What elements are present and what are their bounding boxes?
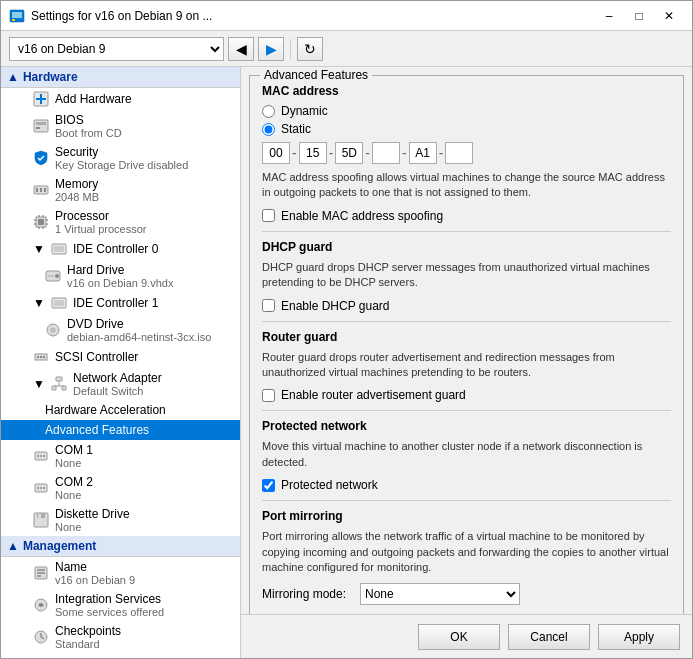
svg-point-43	[37, 455, 39, 457]
diskette-sub: None	[55, 521, 130, 533]
window: Settings for v16 on Debian 9 on ... – □ …	[0, 0, 693, 659]
integration-icon	[33, 597, 49, 613]
sidebar-item-bios[interactable]: BIOS Boot from CD	[1, 110, 240, 142]
svg-rect-1	[12, 12, 22, 18]
dhcp-checkbox-row: Enable DHCP guard	[262, 299, 671, 313]
mac-spoofing-row: Enable MAC address spoofing	[262, 209, 671, 223]
sidebar-item-scsi[interactable]: SCSI Controller	[1, 346, 240, 368]
hardware-section-label: Hardware	[23, 70, 78, 84]
com1-sub: None	[55, 457, 93, 469]
add-hardware-label: Add Hardware	[55, 92, 132, 106]
vm-select[interactable]: v16 on Debian 9	[9, 37, 224, 61]
mac-fields: - - - - -	[262, 142, 671, 164]
com1-icon	[33, 448, 49, 464]
checkpoints-label: Checkpoints	[55, 624, 121, 638]
divider-4	[262, 500, 671, 501]
processor-sub: 1 Virtual processor	[55, 223, 147, 235]
ide1-label: IDE Controller 1	[73, 296, 158, 310]
network-expand-icon[interactable]: ▼	[33, 378, 45, 390]
mac-field-6[interactable]	[445, 142, 473, 164]
cancel-button[interactable]: Cancel	[508, 624, 590, 650]
management-section-header[interactable]: ▲ Management	[1, 536, 240, 557]
router-guard-checkbox[interactable]	[262, 389, 275, 402]
sidebar-item-network[interactable]: ▼ Network Adapter Default Switch	[1, 368, 240, 400]
diskette-icon	[33, 512, 49, 528]
mac-field-3[interactable]	[335, 142, 363, 164]
management-collapse-icon: ▲	[7, 539, 19, 553]
sidebar-item-dvd-drive[interactable]: DVD Drive debian-amd64-netinst-3cx.iso	[1, 314, 240, 346]
mac-section: MAC address Dynamic Static	[262, 84, 671, 223]
name-sub: v16 on Debian 9	[55, 574, 135, 586]
com2-icon	[33, 480, 49, 496]
sidebar-item-processor[interactable]: Processor 1 Virtual processor	[1, 206, 240, 238]
dhcp-guard-checkbox[interactable]	[262, 299, 275, 312]
scsi-icon	[33, 349, 49, 365]
apply-button[interactable]: Apply	[598, 624, 680, 650]
dhcp-section: DHCP guard DHCP guard drops DHCP server …	[262, 240, 671, 313]
mac-field-4[interactable]	[372, 142, 400, 164]
dynamic-radio[interactable]	[262, 105, 275, 118]
mac-spoofing-checkbox[interactable]	[262, 209, 275, 222]
sidebar-item-add-hardware[interactable]: Add Hardware	[1, 88, 240, 110]
mirroring-mode-select[interactable]: None Source Destination	[360, 583, 520, 605]
protected-network-label: Protected network	[281, 478, 378, 492]
divider-3	[262, 410, 671, 411]
diskette-label: Diskette Drive	[55, 507, 130, 521]
main-panel: Advanced Features MAC address Dynamic St…	[241, 67, 692, 658]
ide0-label: IDE Controller 0	[73, 242, 158, 256]
ide1-expand-icon[interactable]: ▼	[33, 297, 45, 309]
add-hardware-icon	[33, 91, 49, 107]
window-icon	[9, 8, 25, 24]
mac-field-2[interactable]	[299, 142, 327, 164]
ide0-expand-icon[interactable]: ▼	[33, 243, 45, 255]
protected-checkbox-row: Protected network	[262, 478, 671, 492]
sidebar-item-hw-accel[interactable]: Hardware Acceleration	[1, 400, 240, 420]
sidebar-item-com1[interactable]: COM 1 None	[1, 440, 240, 472]
sidebar-item-memory[interactable]: Memory 2048 MB	[1, 174, 240, 206]
mirroring-mode-label: Mirroring mode:	[262, 587, 352, 601]
hardware-section-header[interactable]: ▲ Hardware	[1, 67, 240, 88]
mac-sep-3: -	[365, 145, 370, 161]
close-button[interactable]: ✕	[654, 6, 684, 26]
sidebar: ▲ Hardware Add Hardware BIOS	[1, 67, 241, 658]
static-radio[interactable]	[262, 123, 275, 136]
sidebar-item-com2[interactable]: COM 2 None	[1, 472, 240, 504]
router-guard-label: Enable router advertisement guard	[281, 388, 466, 402]
protected-desc: Move this virtual machine to another clu…	[262, 439, 671, 470]
sidebar-item-security[interactable]: Security Key Storage Drive disabled	[1, 142, 240, 174]
com2-sub: None	[55, 489, 93, 501]
ok-button[interactable]: OK	[418, 624, 500, 650]
dhcp-title: DHCP guard	[262, 240, 671, 254]
footer: OK Cancel Apply	[241, 614, 692, 658]
sidebar-item-advanced-features[interactable]: Advanced Features	[1, 420, 240, 440]
network-sub: Default Switch	[73, 385, 162, 397]
maximize-button[interactable]: □	[624, 6, 654, 26]
bios-icon	[33, 118, 49, 134]
divider-2	[262, 321, 671, 322]
svg-point-26	[55, 274, 59, 278]
svg-rect-34	[40, 356, 42, 358]
protected-network-checkbox[interactable]	[262, 479, 275, 492]
com2-label: COM 2	[55, 475, 93, 489]
mac-field-1[interactable]	[262, 142, 290, 164]
sidebar-item-diskette[interactable]: Diskette Drive None	[1, 504, 240, 536]
title-bar-text: Settings for v16 on Debian 9 on ...	[31, 9, 594, 23]
security-sub: Key Storage Drive disabled	[55, 159, 188, 171]
mac-sep-2: -	[329, 145, 334, 161]
refresh-button[interactable]: ↻	[297, 37, 323, 61]
sidebar-item-ide1[interactable]: ▼ IDE Controller 1	[1, 292, 240, 314]
mac-field-5[interactable]	[409, 142, 437, 164]
back-button[interactable]: ◀	[228, 37, 254, 61]
name-label: Name	[55, 560, 135, 574]
sidebar-item-ide0[interactable]: ▼ IDE Controller 0	[1, 238, 240, 260]
sidebar-item-checkpoints[interactable]: Checkpoints Standard	[1, 621, 240, 653]
svg-rect-8	[36, 127, 40, 129]
forward-button[interactable]: ▶	[258, 37, 284, 61]
static-label: Static	[281, 122, 311, 136]
sidebar-item-name[interactable]: Name v16 on Debian 9	[1, 557, 240, 589]
sidebar-item-integration[interactable]: Integration Services Some services offer…	[1, 589, 240, 621]
checkpoints-sub: Standard	[55, 638, 121, 650]
sidebar-item-hard-drive[interactable]: Hard Drive v16 on Debian 9.vhdx	[1, 260, 240, 292]
network-icon	[51, 376, 67, 392]
minimize-button[interactable]: –	[594, 6, 624, 26]
